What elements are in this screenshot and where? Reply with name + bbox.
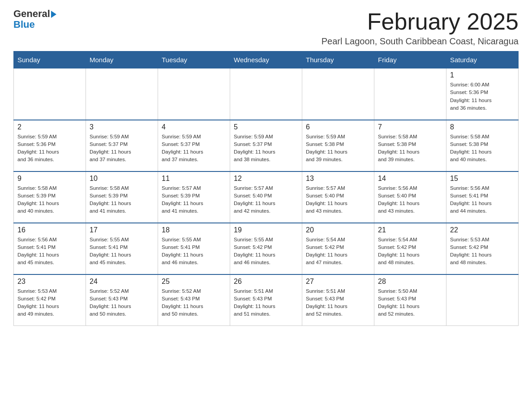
day-info: Sunrise: 5:53 AM Sunset: 5:42 PM Dayligh… <box>450 236 515 267</box>
calendar-header-row: Sunday Monday Tuesday Wednesday Thursday… <box>14 51 519 68</box>
month-title: February 2025 <box>322 9 519 34</box>
day-number: 18 <box>162 226 226 234</box>
day-number: 2 <box>17 123 82 131</box>
table-row: 12Sunrise: 5:57 AM Sunset: 5:40 PM Dayli… <box>230 171 302 223</box>
day-info: Sunrise: 5:50 AM Sunset: 5:43 PM Dayligh… <box>378 287 442 318</box>
table-row: 5Sunrise: 5:59 AM Sunset: 5:37 PM Daylig… <box>230 120 302 171</box>
day-number: 23 <box>17 278 82 286</box>
day-info: Sunrise: 5:55 AM Sunset: 5:41 PM Dayligh… <box>90 236 154 267</box>
day-number: 15 <box>450 175 515 183</box>
table-row: 23Sunrise: 5:53 AM Sunset: 5:42 PM Dayli… <box>14 274 86 326</box>
logo-arrow-icon <box>51 11 56 18</box>
table-row: 8Sunrise: 5:58 AM Sunset: 5:38 PM Daylig… <box>446 120 519 171</box>
day-info: Sunrise: 5:51 AM Sunset: 5:43 PM Dayligh… <box>306 287 370 318</box>
day-number: 13 <box>306 175 370 183</box>
day-info: Sunrise: 5:52 AM Sunset: 5:43 PM Dayligh… <box>90 287 154 318</box>
table-row: 6Sunrise: 5:59 AM Sunset: 5:38 PM Daylig… <box>302 120 374 171</box>
location-subtitle: Pearl Lagoon, South Caribbean Coast, Nic… <box>322 36 519 47</box>
table-row: 19Sunrise: 5:55 AM Sunset: 5:42 PM Dayli… <box>230 223 302 274</box>
day-number: 20 <box>306 226 370 234</box>
col-tuesday: Tuesday <box>158 51 230 68</box>
calendar-week-row: 23Sunrise: 5:53 AM Sunset: 5:42 PM Dayli… <box>14 274 519 326</box>
day-info: Sunrise: 5:58 AM Sunset: 5:39 PM Dayligh… <box>90 184 154 215</box>
day-number: 25 <box>162 278 226 286</box>
calendar-week-row: 2Sunrise: 5:59 AM Sunset: 5:36 PM Daylig… <box>14 120 519 171</box>
table-row: 21Sunrise: 5:54 AM Sunset: 5:42 PM Dayli… <box>374 223 446 274</box>
table-row: 7Sunrise: 5:58 AM Sunset: 5:38 PM Daylig… <box>374 120 446 171</box>
day-info: Sunrise: 5:57 AM Sunset: 5:40 PM Dayligh… <box>306 184 370 215</box>
day-info: Sunrise: 5:56 AM Sunset: 5:41 PM Dayligh… <box>17 236 82 267</box>
day-info: Sunrise: 5:51 AM Sunset: 5:43 PM Dayligh… <box>234 287 298 318</box>
day-number: 19 <box>234 226 298 234</box>
logo-general-text: General <box>13 9 50 19</box>
day-info: Sunrise: 5:54 AM Sunset: 5:42 PM Dayligh… <box>306 236 370 267</box>
table-row: 24Sunrise: 5:52 AM Sunset: 5:43 PM Dayli… <box>86 274 158 326</box>
title-area: February 2025 Pearl Lagoon, South Caribb… <box>322 9 519 47</box>
day-info: Sunrise: 5:59 AM Sunset: 5:37 PM Dayligh… <box>234 133 298 164</box>
logo: General Blue <box>13 9 56 30</box>
table-row <box>158 68 230 120</box>
table-row: 20Sunrise: 5:54 AM Sunset: 5:42 PM Dayli… <box>302 223 374 274</box>
table-row <box>374 68 446 120</box>
table-row: 22Sunrise: 5:53 AM Sunset: 5:42 PM Dayli… <box>446 223 519 274</box>
day-number: 28 <box>378 278 442 286</box>
day-number: 21 <box>378 226 442 234</box>
day-info: Sunrise: 5:58 AM Sunset: 5:39 PM Dayligh… <box>17 184 82 215</box>
col-wednesday: Wednesday <box>230 51 302 68</box>
table-row: 1Sunrise: 6:00 AM Sunset: 5:36 PM Daylig… <box>446 68 519 120</box>
calendar-week-row: 16Sunrise: 5:56 AM Sunset: 5:41 PM Dayli… <box>14 223 519 274</box>
day-number: 10 <box>90 175 154 183</box>
day-info: Sunrise: 5:56 AM Sunset: 5:40 PM Dayligh… <box>378 184 442 215</box>
day-number: 12 <box>234 175 298 183</box>
day-info: Sunrise: 5:56 AM Sunset: 5:41 PM Dayligh… <box>450 184 515 215</box>
calendar-week-row: 1Sunrise: 6:00 AM Sunset: 5:36 PM Daylig… <box>14 68 519 120</box>
col-thursday: Thursday <box>302 51 374 68</box>
day-number: 7 <box>378 123 442 131</box>
day-number: 16 <box>17 226 82 234</box>
table-row: 13Sunrise: 5:57 AM Sunset: 5:40 PM Dayli… <box>302 171 374 223</box>
day-info: Sunrise: 5:54 AM Sunset: 5:42 PM Dayligh… <box>378 236 442 267</box>
table-row: 25Sunrise: 5:52 AM Sunset: 5:43 PM Dayli… <box>158 274 230 326</box>
day-info: Sunrise: 6:00 AM Sunset: 5:36 PM Dayligh… <box>450 81 515 112</box>
day-number: 4 <box>162 123 226 131</box>
day-number: 17 <box>90 226 154 234</box>
table-row: 15Sunrise: 5:56 AM Sunset: 5:41 PM Dayli… <box>446 171 519 223</box>
day-number: 6 <box>306 123 370 131</box>
day-info: Sunrise: 5:57 AM Sunset: 5:40 PM Dayligh… <box>234 184 298 215</box>
logo-blue-text: Blue <box>13 19 35 30</box>
table-row: 18Sunrise: 5:55 AM Sunset: 5:41 PM Dayli… <box>158 223 230 274</box>
table-row <box>86 68 158 120</box>
table-row: 26Sunrise: 5:51 AM Sunset: 5:43 PM Dayli… <box>230 274 302 326</box>
table-row: 4Sunrise: 5:59 AM Sunset: 5:37 PM Daylig… <box>158 120 230 171</box>
table-row: 3Sunrise: 5:59 AM Sunset: 5:37 PM Daylig… <box>86 120 158 171</box>
table-row: 27Sunrise: 5:51 AM Sunset: 5:43 PM Dayli… <box>302 274 374 326</box>
day-number: 1 <box>450 71 515 79</box>
calendar-week-row: 9Sunrise: 5:58 AM Sunset: 5:39 PM Daylig… <box>14 171 519 223</box>
day-info: Sunrise: 5:59 AM Sunset: 5:36 PM Dayligh… <box>17 133 82 164</box>
day-number: 26 <box>234 278 298 286</box>
day-number: 24 <box>90 278 154 286</box>
table-row: 28Sunrise: 5:50 AM Sunset: 5:43 PM Dayli… <box>374 274 446 326</box>
table-row <box>14 68 86 120</box>
table-row: 11Sunrise: 5:57 AM Sunset: 5:39 PM Dayli… <box>158 171 230 223</box>
day-number: 14 <box>378 175 442 183</box>
calendar-table: Sunday Monday Tuesday Wednesday Thursday… <box>13 51 519 326</box>
day-info: Sunrise: 5:55 AM Sunset: 5:42 PM Dayligh… <box>234 236 298 267</box>
day-info: Sunrise: 5:57 AM Sunset: 5:39 PM Dayligh… <box>162 184 226 215</box>
table-row: 16Sunrise: 5:56 AM Sunset: 5:41 PM Dayli… <box>14 223 86 274</box>
day-number: 22 <box>450 226 515 234</box>
table-row <box>446 274 519 326</box>
table-row <box>230 68 302 120</box>
day-number: 11 <box>162 175 226 183</box>
col-saturday: Saturday <box>446 51 519 68</box>
day-info: Sunrise: 5:55 AM Sunset: 5:41 PM Dayligh… <box>162 236 226 267</box>
table-row: 9Sunrise: 5:58 AM Sunset: 5:39 PM Daylig… <box>14 171 86 223</box>
day-number: 9 <box>17 175 82 183</box>
table-row <box>302 68 374 120</box>
col-monday: Monday <box>86 51 158 68</box>
day-number: 5 <box>234 123 298 131</box>
day-number: 3 <box>90 123 154 131</box>
day-info: Sunrise: 5:58 AM Sunset: 5:38 PM Dayligh… <box>450 133 515 164</box>
table-row: 10Sunrise: 5:58 AM Sunset: 5:39 PM Dayli… <box>86 171 158 223</box>
day-info: Sunrise: 5:59 AM Sunset: 5:38 PM Dayligh… <box>306 133 370 164</box>
